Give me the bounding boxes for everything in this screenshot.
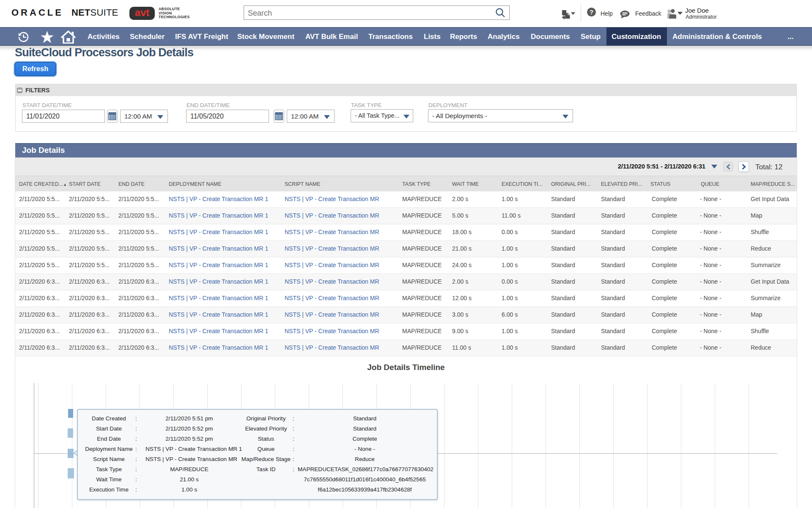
svg-text:?: ? — [590, 8, 593, 16]
